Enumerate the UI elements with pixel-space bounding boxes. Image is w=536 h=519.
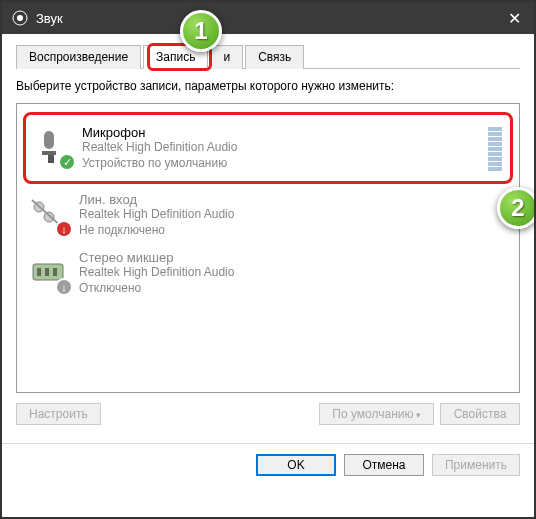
set-default-button[interactable]: По умолчанию: [319, 403, 434, 425]
stereo-mix-icon: ↓: [27, 250, 69, 292]
device-list[interactable]: ✓ Микрофон Realtek High Definition Audio…: [16, 103, 520, 393]
cancel-button[interactable]: Отмена: [344, 454, 424, 476]
device-name: Стерео микшер: [79, 250, 509, 265]
line-in-icon: ↓: [27, 192, 69, 234]
device-line-in[interactable]: ↓ Лин. вход Realtek High Definition Audi…: [23, 186, 513, 244]
window-title: Звук: [36, 11, 494, 26]
device-driver: Realtek High Definition Audio: [82, 140, 488, 156]
level-meter: [488, 125, 502, 171]
svg-point-1: [17, 15, 23, 21]
status-disabled-icon: ↓: [55, 278, 73, 296]
device-name: Лин. вход: [79, 192, 509, 207]
titlebar: Звук ✕: [2, 2, 534, 34]
tab-playback[interactable]: Воспроизведение: [16, 45, 141, 69]
device-microphone[interactable]: ✓ Микрофон Realtek High Definition Audio…: [23, 112, 513, 184]
properties-button[interactable]: Свойства: [440, 403, 520, 425]
sound-icon: [12, 10, 28, 26]
svg-rect-9: [37, 268, 41, 276]
instruction-text: Выберите устройство записи, параметры ко…: [16, 77, 520, 95]
svg-rect-10: [45, 268, 49, 276]
device-name: Микрофон: [82, 125, 488, 140]
svg-rect-11: [53, 268, 57, 276]
device-status: Устройство по умолчанию: [82, 156, 488, 172]
svg-point-6: [44, 212, 54, 222]
svg-rect-2: [44, 131, 54, 149]
annotation-callout-2: 2: [497, 187, 536, 229]
device-status: Не подключено: [79, 223, 509, 239]
device-status: Отключено: [79, 281, 509, 297]
svg-rect-4: [48, 155, 54, 163]
device-stereo-mix[interactable]: ↓ Стерео микшер Realtek High Definition …: [23, 244, 513, 302]
ok-button[interactable]: OK: [256, 454, 336, 476]
configure-button[interactable]: Настроить: [16, 403, 101, 425]
status-unplugged-icon: ↓: [55, 220, 73, 238]
close-button[interactable]: ✕: [494, 2, 534, 34]
apply-button[interactable]: Применить: [432, 454, 520, 476]
tab-communications[interactable]: Связь: [245, 45, 304, 69]
tab-sounds[interactable]: и: [210, 45, 243, 69]
status-ok-icon: ✓: [58, 153, 76, 171]
device-driver: Realtek High Definition Audio: [79, 207, 509, 223]
device-driver: Realtek High Definition Audio: [79, 265, 509, 281]
microphone-icon: ✓: [30, 125, 72, 167]
svg-rect-3: [42, 151, 56, 155]
tab-bar: Воспроизведение Запись и Связь: [16, 44, 520, 69]
annotation-callout-1: 1: [180, 10, 222, 52]
